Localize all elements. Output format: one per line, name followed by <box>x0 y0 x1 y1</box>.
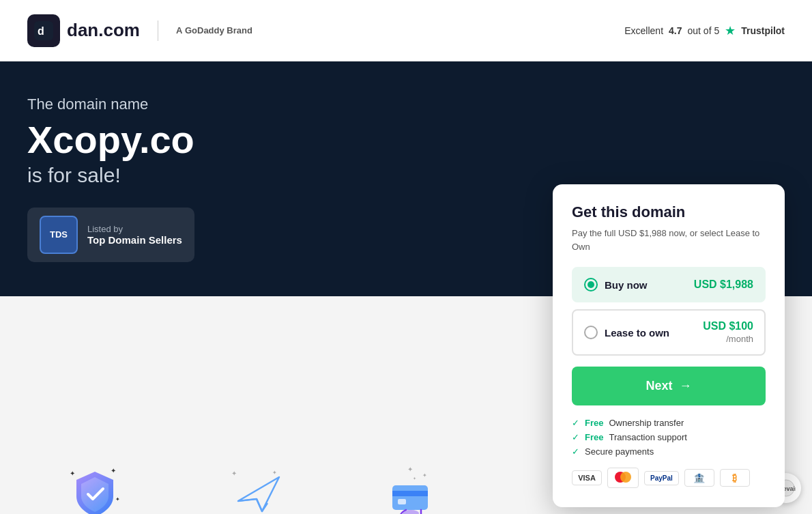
trustpilot-outof: out of 5 <box>688 25 720 36</box>
svg-text:✦: ✦ <box>272 470 277 476</box>
buyer-protection-icon: ✦ ✦ ✦ <box>61 460 129 514</box>
svg-text:✦: ✦ <box>407 466 413 473</box>
svg-rect-13 <box>392 491 428 496</box>
svg-rect-12 <box>392 485 428 510</box>
trustpilot-star-icon: ★ <box>725 23 736 38</box>
page-header: d dan.com A GoDaddy Brand Excellent 4.7 … <box>0 0 812 61</box>
next-button[interactable]: Next → <box>572 367 766 405</box>
dan-logo[interactable]: d dan.com <box>27 14 140 47</box>
hero-subtitle: The domain name <box>27 96 194 113</box>
seller-badge: TDS Listed by Top Domain Sellers <box>27 208 194 262</box>
seller-name: Top Domain Sellers <box>87 234 182 246</box>
check-icon-2: ✓ <box>572 432 579 442</box>
payment-paypal: PayPal <box>644 471 679 485</box>
seller-listed-by: Listed by <box>87 224 182 234</box>
buy-now-price: USD $1,988 <box>694 279 753 290</box>
purchase-card: Get this domain Pay the full USD $1,988 … <box>553 184 785 507</box>
seller-badge-icon: TDS <box>40 216 78 254</box>
card-subtitle: Pay the full USD $1,988 now, or select L… <box>572 227 766 253</box>
lease-radio <box>584 326 598 339</box>
svg-text:d: d <box>38 25 44 37</box>
benefit1-free: Free <box>585 418 603 428</box>
benefit2-text: Transaction support <box>609 432 686 442</box>
feature-buyer-protection: ✦ ✦ ✦ <box>27 460 162 514</box>
godaddy-brand: A GoDaddy Brand <box>176 25 252 35</box>
trustpilot-name: Trustpilot <box>741 25 785 36</box>
lease-option[interactable]: Lease to own USD $100 /month <box>572 309 766 356</box>
payment-alipay: 🏦 <box>684 469 714 487</box>
payment-icons: VISA PayPal 🏦 ₿ <box>572 468 766 488</box>
svg-rect-14 <box>398 499 406 504</box>
trustpilot-score: 4.7 <box>669 25 682 36</box>
fast-transfers-icon: ✦ ✦ <box>224 460 293 514</box>
trustpilot-area: Excellent 4.7 out of 5 ★ Trustpilot <box>624 23 785 38</box>
next-label: Next <box>646 379 672 393</box>
buy-now-right: USD $1,988 <box>694 279 753 291</box>
lease-price: USD $100 <box>703 320 753 332</box>
hero-forsale: is for sale! <box>27 164 194 187</box>
benefit-secure: ✓ Secure payments <box>572 446 766 457</box>
header-logo-area: d dan.com A GoDaddy Brand <box>27 14 252 47</box>
hero-section: The domain name Xcopy.co is for sale! TD… <box>0 61 812 296</box>
benefit3-text: Secure payments <box>585 446 654 457</box>
trustpilot-excellent: Excellent <box>624 25 663 36</box>
feature-hassle-free: ✦ ✦ ✦ Hassle free payments <box>355 460 467 514</box>
hero-content: The domain name Xcopy.co is for sale! TD… <box>27 96 194 262</box>
buy-now-radio <box>584 278 598 291</box>
svg-text:✦: ✦ <box>422 472 427 479</box>
feature-fast-transfers: ✦ ✦ Fast & easy transfers <box>203 460 314 514</box>
buy-now-label: Buy now <box>605 279 648 291</box>
lease-right: USD $100 /month <box>703 320 753 345</box>
svg-text:✦: ✦ <box>231 470 237 477</box>
svg-text:✦: ✦ <box>70 470 75 477</box>
card-title: Get this domain <box>572 203 766 221</box>
benefit1-text: Ownership transfer <box>609 418 684 428</box>
svg-text:✦: ✦ <box>115 496 120 502</box>
svg-text:✦: ✦ <box>413 476 416 481</box>
dan-logo-icon: d <box>27 14 60 47</box>
check-icon-1: ✓ <box>572 418 579 428</box>
hero-domain: Xcopy.co <box>27 119 194 161</box>
buy-now-left: Buy now <box>584 278 648 291</box>
benefit-ownership: ✓ Free Ownership transfer <box>572 418 766 428</box>
lease-label: Lease to own <box>605 327 669 339</box>
dan-logo-text: dan.com <box>67 20 140 41</box>
lease-left: Lease to own <box>584 326 669 339</box>
next-arrow-icon: → <box>680 379 692 393</box>
hassle-free-icon: ✦ ✦ ✦ <box>377 460 445 514</box>
check-icon-3: ✓ <box>572 446 579 457</box>
payment-mastercard <box>607 468 639 488</box>
buy-now-option[interactable]: Buy now USD $1,988 <box>572 267 766 302</box>
lease-period: /month <box>726 334 753 344</box>
svg-text:✦: ✦ <box>111 467 116 474</box>
benefit2-free: Free <box>585 432 603 442</box>
benefit-transaction: ✓ Free Transaction support <box>572 432 766 442</box>
seller-info: Listed by Top Domain Sellers <box>87 224 182 246</box>
svg-point-3 <box>620 472 631 483</box>
benefits-list: ✓ Free Ownership transfer ✓ Free Transac… <box>572 418 766 457</box>
header-divider <box>158 20 158 41</box>
payment-visa: VISA <box>572 470 602 485</box>
payment-bitcoin: ₿ <box>720 469 750 487</box>
buy-now-radio-inner <box>588 281 594 288</box>
